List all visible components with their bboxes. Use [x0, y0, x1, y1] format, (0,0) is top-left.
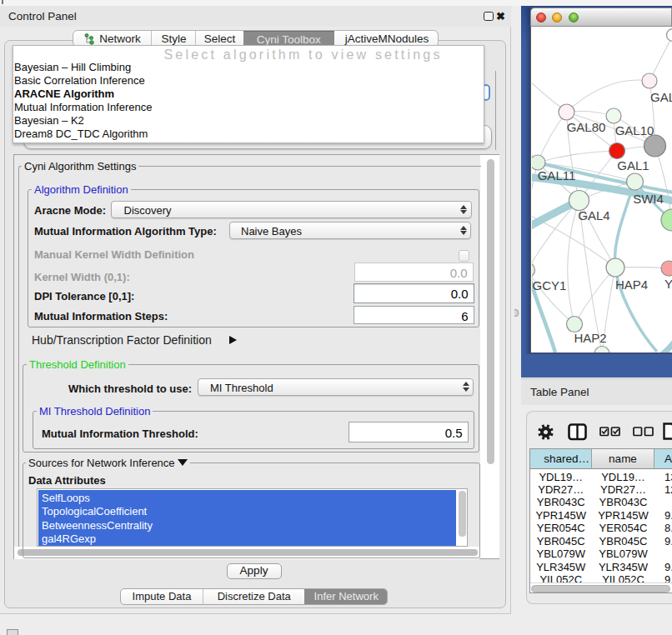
- svg-text:GAL10: GAL10: [615, 123, 654, 138]
- svg-text:SWI4: SWI4: [633, 192, 664, 206]
- svg-text:GAL11: GAL11: [538, 168, 576, 182]
- svg-text:GCY1: GCY1: [533, 278, 567, 292]
- svg-text:GAL4: GAL4: [578, 208, 609, 222]
- svg-text:GAL1: GAL1: [617, 158, 649, 172]
- svg-text:HAP4: HAP4: [615, 278, 648, 292]
- svg-text:YM: YM: [664, 277, 672, 291]
- svg-text:HAP2: HAP2: [574, 331, 606, 345]
- svg-text:GAL2: GAL2: [650, 90, 672, 104]
- svg-text:GAL80: GAL80: [567, 120, 606, 134]
